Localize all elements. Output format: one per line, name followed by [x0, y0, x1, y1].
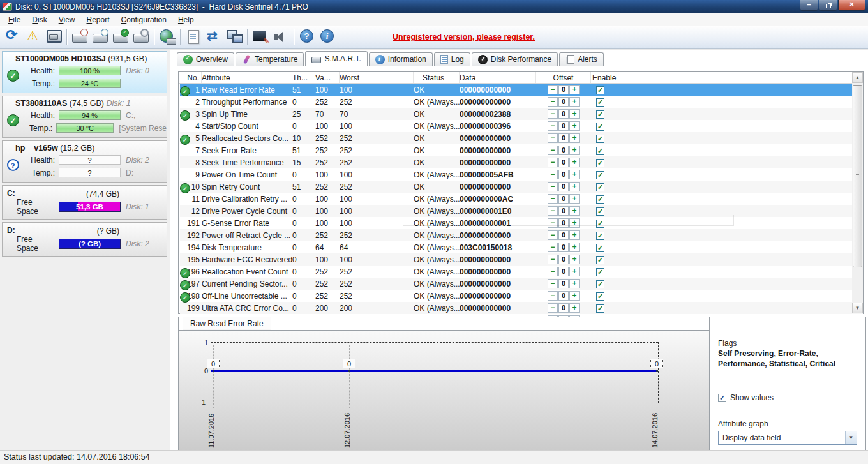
offset-decrease-button[interactable]: −	[548, 170, 558, 179]
column-header-status[interactable]: Status	[414, 72, 460, 83]
enable-checkbox[interactable]: ✓	[596, 195, 604, 204]
column-header-va[interactable]: Va...	[315, 72, 340, 83]
enable-checkbox[interactable]: ✓	[596, 86, 604, 94]
tab-s-m-a-r-t-[interactable]: S.M.A.R.T.	[305, 51, 367, 66]
offset-increase-button[interactable]: +	[569, 146, 580, 155]
enable-checkbox[interactable]: ✓	[596, 304, 604, 313]
disk-view-button[interactable]	[43, 27, 64, 47]
offset-decrease-button[interactable]: −	[548, 303, 558, 313]
globe-disk-button[interactable]	[157, 27, 177, 47]
offset-increase-button[interactable]: +	[569, 194, 580, 204]
column-header-enable[interactable]: Enable	[591, 72, 629, 83]
offset-increase-button[interactable]: +	[569, 279, 580, 288]
offset-decrease-button[interactable]: −	[548, 109, 558, 119]
offset-increase-button[interactable]: +	[569, 230, 580, 240]
offset-decrease-button[interactable]: −	[548, 243, 558, 252]
offset-decrease-button[interactable]: −	[548, 194, 558, 204]
offset-increase-button[interactable]: +	[569, 267, 580, 276]
tab-temperature[interactable]: Temperature	[236, 52, 304, 66]
enable-checkbox[interactable]: ✓	[596, 135, 604, 143]
disk-test-button[interactable]	[250, 27, 271, 47]
enable-checkbox[interactable]: ✓	[596, 244, 604, 252]
offset-decrease-button[interactable]: −	[548, 279, 558, 288]
tab-overview[interactable]: Overview	[177, 52, 234, 66]
table-row-199[interactable]: 199Ultra ATA CRC Error Co...0200200OK (A…	[180, 302, 863, 314]
refresh-button[interactable]	[3, 27, 23, 47]
table-row-2[interactable]: 2Throughput Performance0252252OK (Always…	[180, 96, 863, 108]
table-row-191[interactable]: 191G-Sense Error Rate0100100OK (Always..…	[180, 217, 863, 229]
column-header-data[interactable]: Data	[460, 72, 536, 83]
table-row-3[interactable]: 3✓Spin Up Time257070OK000000002388−0+✓	[180, 108, 863, 120]
enable-checkbox[interactable]: ✓	[596, 159, 604, 167]
table-row-9[interactable]: 9Power On Time Count0100100OK (Always...…	[180, 168, 863, 181]
offset-increase-button[interactable]: +	[569, 206, 580, 216]
table-row-195[interactable]: 195Hardware ECC Recovered0100100OK (Alwa…	[180, 253, 863, 266]
offset-increase-button[interactable]: +	[569, 303, 580, 313]
table-row-12[interactable]: 12Drive Power Cycle Count0100100OK (Alwa…	[180, 205, 863, 217]
enable-checkbox[interactable]: ✓	[596, 183, 604, 191]
speaker-button[interactable]	[271, 27, 291, 47]
table-row-197[interactable]: 197✓Current Pending Sector...0252252OK (…	[180, 278, 863, 290]
scroll-up-arrow[interactable]: ▲	[852, 72, 863, 83]
offset-increase-button[interactable]: +	[569, 243, 580, 252]
offset-decrease-button[interactable]: −	[548, 133, 558, 143]
offset-increase-button[interactable]: +	[569, 158, 580, 167]
offset-decrease-button[interactable]: −	[548, 85, 558, 94]
table-row-11[interactable]: 11Drive Calibration Retry ...0100100OK (…	[180, 193, 863, 205]
table-row-196[interactable]: 196✓Reallocation Event Count0252252OK (A…	[180, 266, 863, 278]
minimize-button[interactable]: –	[800, 0, 818, 11]
menu-item-file[interactable]: File	[3, 14, 26, 26]
enable-checkbox[interactable]: ✓	[596, 256, 604, 264]
enable-checkbox[interactable]: ✓	[596, 292, 604, 301]
enable-checkbox[interactable]: ✓	[596, 147, 604, 155]
volume-panel-D[interactable]: D:(? GB)Free Space(? GB)Disk: 2	[2, 222, 167, 257]
warning-button[interactable]	[23, 27, 43, 47]
restore-button[interactable]	[819, 0, 837, 11]
table-row-1[interactable]: 1✓Raw Read Error Rate51100100OK000000000…	[180, 84, 863, 96]
tab-log[interactable]: Log	[434, 52, 470, 66]
disk-clock-button[interactable]	[70, 27, 90, 47]
table-row-198[interactable]: 198✓Off-Line Uncorrectable ...0252252OK …	[180, 290, 863, 302]
tab-information[interactable]: Information	[369, 52, 433, 66]
disk-history-button[interactable]	[90, 27, 110, 47]
menu-item-configuration[interactable]: Configuration	[116, 14, 172, 26]
disk-panel-0[interactable]: ✓ST1000DM005 HD103SJ (931,5 GB)Health:10…	[2, 51, 167, 93]
volume-panel-C[interactable]: C:(74,4 GB)Free Space51,3 GBDisk: 1	[2, 185, 167, 220]
enable-checkbox[interactable]: ✓	[596, 220, 604, 228]
enable-checkbox[interactable]: ✓	[596, 98, 604, 107]
tab-alerts[interactable]: Alerts	[559, 52, 604, 66]
unregistered-link[interactable]: Unregistered version, please register.	[393, 33, 535, 41]
offset-increase-button[interactable]: +	[569, 291, 580, 301]
enable-checkbox[interactable]: ✓	[596, 280, 604, 288]
offset-decrease-button[interactable]: −	[548, 158, 558, 167]
offset-increase-button[interactable]: +	[569, 121, 580, 131]
show-values-checkbox[interactable]: ✓	[718, 394, 726, 402]
offset-decrease-button[interactable]: −	[548, 121, 558, 131]
table-row-4[interactable]: 4Start/Stop Count0100100OK (Always...000…	[180, 120, 863, 132]
enable-checkbox[interactable]: ✓	[596, 171, 604, 179]
scroll-thumb[interactable]	[853, 85, 862, 267]
offset-decrease-button[interactable]: −	[548, 182, 558, 191]
disk-accept-button[interactable]	[110, 27, 131, 47]
close-button[interactable]: ×	[838, 0, 865, 11]
table-scrollbar[interactable]: ▲ ▼	[852, 72, 863, 313]
disk-search-button[interactable]	[131, 27, 151, 47]
table-row-192[interactable]: 192Power off Retract Cycle ...0252252OK …	[180, 229, 863, 241]
column-header-attribute[interactable]: Attribute	[202, 72, 292, 83]
offset-decrease-button[interactable]: −	[548, 267, 558, 276]
menu-item-disk[interactable]: Disk	[26, 14, 52, 26]
menu-item-view[interactable]: View	[53, 14, 81, 26]
table-row-5[interactable]: 5✓Reallocated Sectors Co...10252252OK000…	[180, 132, 863, 144]
disk-panel-2[interactable]: ?hp v165w (15,2 GB)Health:?Disk: 2Temp.:…	[2, 140, 167, 183]
help-button[interactable]	[297, 27, 317, 47]
disk-panel-1[interactable]: ✓ST3808110AS (74,5 GB) Disk: 1Health:94 …	[2, 96, 167, 138]
column-header-th[interactable]: Th...	[292, 72, 315, 83]
scroll-down-arrow[interactable]: ▼	[852, 303, 863, 313]
offset-increase-button[interactable]: +	[569, 109, 580, 119]
network-button[interactable]	[224, 27, 244, 47]
column-header-offset[interactable]: Offset	[536, 72, 591, 83]
graph-mode-dropdown[interactable]: Display data field ▼	[718, 431, 857, 445]
info-button[interactable]	[317, 27, 338, 47]
column-header-worst[interactable]: Worst	[340, 72, 414, 83]
tab-disk-performance[interactable]: Disk Performance	[472, 52, 558, 66]
